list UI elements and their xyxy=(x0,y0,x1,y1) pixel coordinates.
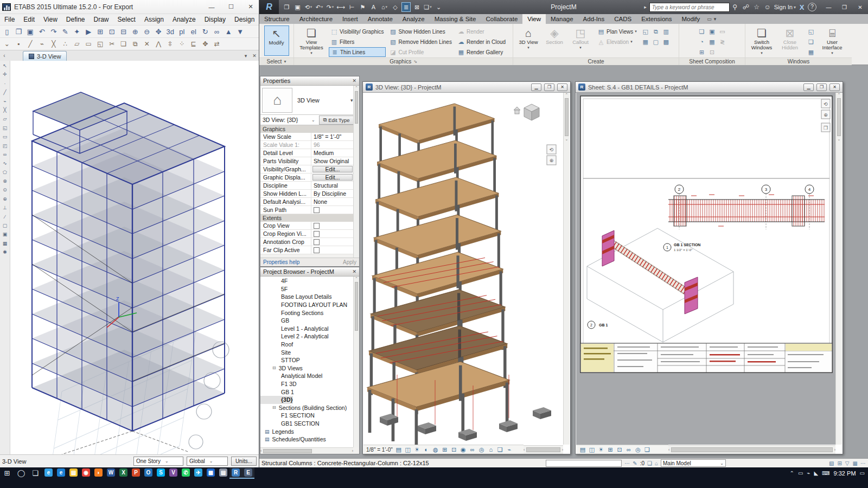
sign-in-button[interactable]: Sign In xyxy=(774,4,793,10)
cascade-icon[interactable]: ❏ xyxy=(806,37,816,47)
story-mode-select[interactable]: One Story⌄ xyxy=(133,457,183,466)
worksharing-display-icon[interactable]: ❏ xyxy=(643,446,651,453)
ribbon-tab[interactable]: Massing & Site xyxy=(430,14,481,24)
browser-item[interactable]: Level 2 - Analytical xyxy=(260,332,353,341)
restore-icon[interactable]: ❐ xyxy=(544,84,554,91)
draw-links-icon[interactable]: ∴ xyxy=(60,38,72,50)
snap-perpendicular-icon[interactable]: ⊥ xyxy=(1,203,10,212)
render-icon[interactable]: ☁Render xyxy=(456,27,507,36)
favorites-icon[interactable]: ☆ xyxy=(751,3,762,11)
overflow-icon[interactable]: ⋯ xyxy=(860,460,866,466)
select-pointer-icon[interactable]: ↖ xyxy=(1,61,10,70)
sun-settings-icon[interactable]: ☀ xyxy=(413,446,421,453)
browser-item[interactable]: Sections (Building Section) xyxy=(260,404,353,412)
reveal-hidden-icon[interactable]: ◎ xyxy=(634,446,642,453)
modify-button[interactable]: ↖ Modify xyxy=(264,25,289,56)
switch-windows-icon[interactable]: ❏Switch Windows▾ xyxy=(748,25,776,56)
menu-item[interactable]: View xyxy=(39,16,62,23)
draw-quick-area-icon[interactable]: ◱ xyxy=(94,38,106,50)
replicate-icon[interactable]: ◱ xyxy=(806,27,816,36)
start-button[interactable]: ⊞ xyxy=(0,467,14,479)
menu-item[interactable]: Edit xyxy=(19,16,39,23)
press-drag-select-icon[interactable]: ⊞ xyxy=(837,460,841,466)
thin-lines-icon[interactable]: ≣Thin Lines xyxy=(329,47,386,57)
worksharing-display-icon[interactable]: ❏ xyxy=(496,446,504,453)
property-row[interactable]: View Scale1/8" = 1'-0" xyxy=(260,133,359,141)
drafting-view-icon[interactable]: ◱ xyxy=(641,27,650,36)
property-row[interactable]: Scale Value 1:96 xyxy=(260,141,359,149)
save-icon[interactable]: ▣ xyxy=(293,2,302,12)
lock-model-icon[interactable]: ✦ xyxy=(71,26,83,37)
schedules-icon[interactable]: ▦ xyxy=(641,37,650,47)
ribbon-tab[interactable]: CADS xyxy=(609,14,636,24)
revit-icon[interactable]: R xyxy=(229,467,242,479)
move-down-list-icon[interactable]: ▼ xyxy=(234,26,246,37)
minimize-icon[interactable]: — xyxy=(203,1,220,13)
selection-count-icon[interactable]: ▦ xyxy=(853,460,858,466)
viewports-icon[interactable]: ⊞ xyxy=(697,47,707,57)
restore-icon[interactable]: ❐ xyxy=(816,84,827,91)
crop-region-icon[interactable]: ⊡ xyxy=(450,446,458,453)
browser-item[interactable]: Base Layout Details xyxy=(260,293,353,301)
properties-scrollbar[interactable]: ⌃ xyxy=(353,86,359,258)
crop-view-icon[interactable]: ⊞ xyxy=(607,446,614,453)
skype-icon[interactable]: S xyxy=(155,467,167,479)
internet-explorer-icon[interactable]: e xyxy=(42,467,55,479)
maximize-icon[interactable]: ☐ xyxy=(223,1,239,13)
close-icon[interactable]: ✕ xyxy=(352,78,356,84)
new-sheet-icon[interactable]: ❏ xyxy=(697,27,707,36)
thin-lines-icon[interactable]: ≣ xyxy=(401,2,411,12)
word-icon[interactable]: W xyxy=(105,467,117,479)
communication-center-icon[interactable]: ☍ xyxy=(741,3,751,11)
render-dialog-icon[interactable]: ◍ xyxy=(432,446,439,453)
temporary-hide-icon[interactable]: ∞ xyxy=(625,446,633,453)
move-up-list-icon[interactable]: ▲ xyxy=(223,26,235,37)
maximize-icon[interactable]: ❐ xyxy=(837,0,852,14)
pan-icon[interactable]: ✥ xyxy=(153,26,165,37)
copy-icon[interactable]: ❏ xyxy=(118,38,130,50)
3d-view-icon[interactable]: 3d xyxy=(164,26,176,37)
draw-frame-icon[interactable]: ╱ xyxy=(1,88,10,97)
close-icon[interactable]: ✕ xyxy=(829,84,840,91)
browser-item[interactable]: GB xyxy=(260,317,353,325)
ribbon-tab[interactable]: View xyxy=(522,14,546,24)
divide-frames-icon[interactable]: ✂ xyxy=(106,38,118,50)
apply-button[interactable]: Apply xyxy=(343,259,356,265)
scope-box-icon[interactable]: ▢ xyxy=(651,37,661,47)
select-intersect-icon[interactable]: ⊗ xyxy=(1,177,10,185)
minimize-icon[interactable]: ▁ xyxy=(531,84,541,91)
close-hidden-icon[interactable]: ⊠Close Hidden xyxy=(776,25,804,56)
wireframe-icon[interactable]: ▦ xyxy=(1,239,10,248)
visual-style-icon[interactable]: ◫ xyxy=(404,446,412,453)
vertical-scrollbar[interactable]: ⌃⌄ xyxy=(835,93,842,445)
show-hidden-lines-icon[interactable]: ▨Show Hidden Lines xyxy=(388,27,454,36)
editing-requests-icon[interactable]: ✎ xyxy=(633,460,637,466)
temporary-view-properties-icon[interactable]: ⌂ xyxy=(487,446,495,453)
sheet-canvas[interactable]: 2 3 4 xyxy=(576,93,835,445)
temporary-hide-icon[interactable]: ∞ xyxy=(469,446,476,453)
revisions-icon[interactable]: ◔ xyxy=(697,37,707,47)
menu-item[interactable]: File xyxy=(0,16,19,23)
search-icon[interactable]: ⚲ xyxy=(730,3,741,11)
section-icon[interactable]: ◇ xyxy=(391,2,400,12)
quick-floor-icon[interactable]: ◱ xyxy=(1,124,10,132)
extents-section-header[interactable]: Extents⌃ xyxy=(260,214,359,222)
guide-grid-icon[interactable]: ▦ xyxy=(707,37,717,47)
powerpoint-icon[interactable]: P xyxy=(130,467,142,479)
quick-frame-icon[interactable]: ⌁ xyxy=(1,97,10,106)
vertical-scrollbar[interactable]: ⌃⌄ xyxy=(563,93,570,445)
properties-help-link[interactable]: Properties help xyxy=(263,259,299,265)
render-in-cloud-icon[interactable]: ☁Render in Cloud xyxy=(456,37,507,47)
snap-joints-icon[interactable]: ⊙ xyxy=(1,185,10,194)
property-row[interactable]: Detail LevelMedium xyxy=(260,149,359,157)
open-model-icon[interactable]: ❐ xyxy=(13,26,25,37)
browser-item[interactable]: 4F xyxy=(260,277,353,285)
property-row[interactable]: Far Clip Active xyxy=(260,246,359,254)
ribbon-tab[interactable]: Extensions xyxy=(636,14,676,24)
revit-application-menu-button[interactable]: R xyxy=(259,0,279,14)
draw-floor-icon[interactable]: ▱ xyxy=(1,114,10,123)
rotate-view-icon[interactable]: ↻ xyxy=(200,26,212,37)
aligned-dimension-icon[interactable]: ⊢ xyxy=(347,2,356,12)
detail-level-icon[interactable]: ▤ xyxy=(395,446,403,453)
filters-icon[interactable]: ▥Filters xyxy=(329,37,386,47)
